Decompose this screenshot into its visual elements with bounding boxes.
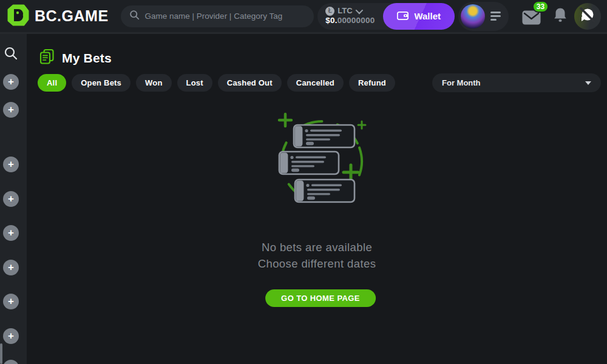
wallet-icon bbox=[397, 11, 409, 22]
sidebar-add-button[interactable]: + bbox=[3, 74, 19, 90]
sidebar-add-button[interactable]: + bbox=[3, 328, 19, 344]
sidebar-add-button[interactable]: + bbox=[3, 157, 19, 172]
search-icon bbox=[129, 10, 140, 22]
filter-lost[interactable]: Lost bbox=[177, 74, 212, 92]
top-header: BC.GAME Ł LTC $0.00000000 bbox=[0, 0, 607, 34]
brand-name: BC.GAME bbox=[35, 7, 109, 25]
page-title: My Bets bbox=[62, 51, 112, 66]
filter-won[interactable]: Won bbox=[136, 74, 172, 92]
currency-selector[interactable]: Ł LTC $0.00000000 bbox=[325, 6, 375, 26]
bcgame-logo-icon bbox=[7, 4, 29, 29]
profile-menu-icon[interactable] bbox=[490, 12, 501, 21]
sports-mode-button[interactable] bbox=[574, 3, 601, 30]
sidebar-add-button[interactable]: + bbox=[3, 294, 19, 309]
wallet-label: Wallet bbox=[414, 11, 441, 21]
my-bets-page: My Bets All Open Bets Won Lost Cashed Ou… bbox=[27, 34, 607, 364]
go-home-button[interactable]: GO TO HOME PAGE bbox=[265, 289, 376, 307]
messages-button[interactable]: 33 bbox=[522, 10, 541, 27]
dropdown-arrow-icon bbox=[585, 81, 591, 85]
brand-logo[interactable]: BC.GAME bbox=[7, 4, 109, 29]
search-input[interactable] bbox=[145, 12, 305, 21]
sidebar-add-button[interactable]: + bbox=[3, 102, 19, 118]
wallet-button[interactable]: Wallet bbox=[383, 3, 455, 30]
sidebar-scrollbar-thumb[interactable] bbox=[0, 343, 2, 364]
empty-state-hint: Choose different dates bbox=[27, 257, 607, 271]
left-sidebar: + + + + + + + + + bbox=[0, 34, 27, 364]
empty-state-message: No bets are available bbox=[27, 241, 607, 254]
litecoin-icon: Ł bbox=[325, 7, 334, 16]
filter-open-bets[interactable]: Open Bets bbox=[72, 74, 131, 92]
chevron-down-icon bbox=[355, 6, 363, 14]
message-count-badge: 33 bbox=[532, 1, 549, 13]
filter-refund[interactable]: Refund bbox=[349, 74, 395, 92]
balance-amount: $0.00000000 bbox=[325, 16, 375, 26]
page-title-row: My Bets bbox=[39, 49, 112, 67]
bet-filter-tabs: All Open Bets Won Lost Cashed Out Cancel… bbox=[38, 74, 395, 92]
bell-icon bbox=[554, 14, 567, 24]
sidebar-search-icon[interactable] bbox=[4, 46, 18, 62]
avatar[interactable] bbox=[461, 4, 485, 29]
filter-cancelled[interactable]: Cancelled bbox=[287, 74, 344, 92]
sidebar-add-button[interactable]: + bbox=[3, 191, 19, 207]
header-right-cluster: Ł LTC $0.00000000 Wallet bbox=[317, 2, 601, 31]
sidebar-add-button[interactable]: + bbox=[3, 260, 19, 275]
game-search-bar[interactable] bbox=[121, 5, 314, 27]
filter-cashed-out[interactable]: Cashed Out bbox=[218, 74, 282, 92]
sports-flag-icon bbox=[580, 7, 595, 25]
profile-group bbox=[458, 2, 509, 31]
currency-code: LTC bbox=[337, 6, 352, 16]
bet-slips-icon bbox=[39, 49, 55, 67]
period-dropdown[interactable]: For Month bbox=[432, 73, 601, 92]
period-dropdown-label: For Month bbox=[442, 78, 585, 87]
filter-all[interactable]: All bbox=[38, 74, 66, 92]
balance-wallet-group: Ł LTC $0.00000000 Wallet bbox=[317, 3, 455, 30]
sidebar-add-button[interactable]: + bbox=[3, 225, 19, 241]
app-screen: BC.GAME Ł LTC $0.00000000 bbox=[0, 0, 607, 364]
mail-icon bbox=[522, 16, 541, 27]
empty-state-illustration bbox=[273, 107, 370, 212]
notifications-button[interactable] bbox=[554, 7, 567, 25]
sidebar-add-button[interactable]: + bbox=[3, 360, 19, 364]
